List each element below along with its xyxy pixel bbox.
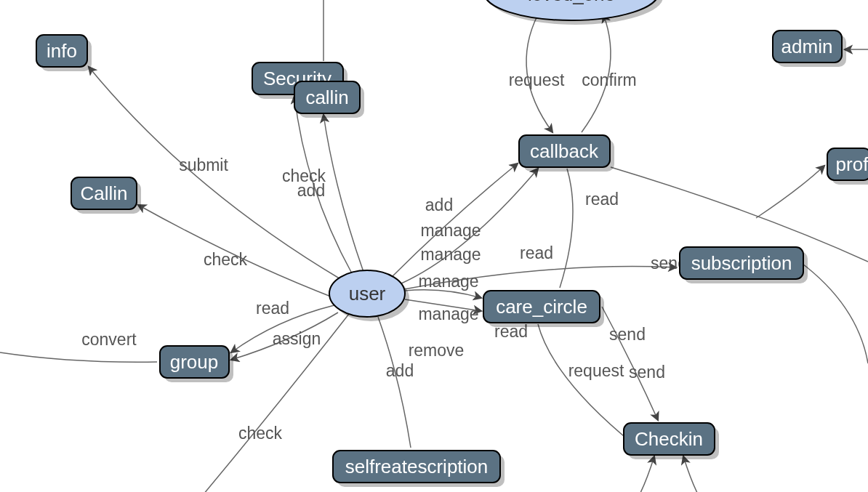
edge-label-send3: send: [629, 363, 665, 382]
edge-label-remove: remove: [409, 341, 465, 360]
node-callin2-label: callin: [305, 86, 348, 108]
edge-label-add3: add: [386, 361, 414, 380]
node-info-label: info: [47, 40, 77, 62]
node-callin1-label: Callin: [80, 182, 127, 204]
nodes: info Security callin admin loved_one cal…: [36, 0, 868, 487]
edge-label-manage2: manage: [420, 245, 481, 264]
edge-label-assign: assign: [273, 329, 321, 348]
edge-label-request: request: [509, 70, 565, 89]
edge-label-request2: request: [568, 361, 624, 380]
edge-label-add2: add: [425, 195, 453, 214]
edges: request confirm submit check check add c…: [0, 0, 868, 492]
node-subscription-label: subscription: [691, 252, 792, 274]
edge-label-add1: add: [297, 181, 325, 200]
diagram-canvas: request confirm submit check check add c…: [0, 0, 868, 492]
node-callback-label: callback: [530, 140, 599, 162]
edge-label-read2: read: [520, 243, 553, 262]
node-care-circle-label: care_circle: [496, 296, 587, 318]
edge-label-read1: read: [585, 190, 619, 209]
edge-label-manage3: manage: [418, 272, 478, 291]
node-checkin-label: Checkin: [635, 428, 703, 450]
node-admin-label: admin: [781, 36, 833, 57]
edge-label-check3: check: [238, 424, 283, 443]
edge-label-convert: convert: [81, 330, 137, 349]
edge-label-check2: check: [204, 250, 248, 269]
edge-label-send2: send: [609, 325, 646, 344]
node-prof-label: prof: [836, 153, 868, 175]
node-loved-one-label: loved_one: [528, 0, 615, 5]
node-user-label: user: [349, 283, 386, 305]
edge-label-submit: submit: [179, 156, 228, 174]
edge-label-read4: read: [256, 299, 289, 318]
edge-label-manage4: manage: [418, 305, 478, 323]
node-selfsub-label: selfreatescription: [345, 456, 489, 477]
node-group-label: group: [170, 351, 219, 373]
edge-label-confirm: confirm: [582, 70, 636, 89]
edge-label-manage1: manage: [420, 221, 481, 240]
